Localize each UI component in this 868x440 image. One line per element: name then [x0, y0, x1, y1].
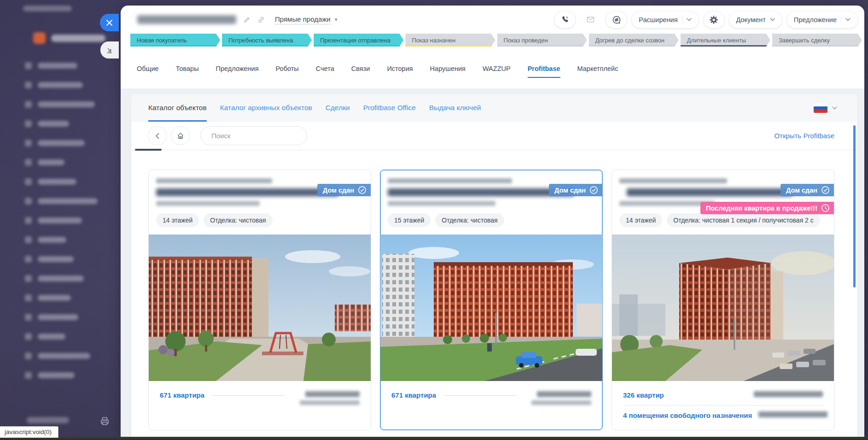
- call-button[interactable]: [554, 11, 576, 29]
- sidebar-item-label-redacted: [38, 237, 66, 243]
- sidebar-item-redacted[interactable]: [25, 256, 74, 263]
- tab-general[interactable]: Общие: [137, 65, 159, 78]
- commercial-units-link[interactable]: 4 помещения свободного назначения: [623, 411, 752, 419]
- leader-line: [213, 395, 285, 396]
- sidebar-item-icon: [25, 82, 32, 88]
- tab-wazzup[interactable]: WAZZUP: [483, 65, 511, 78]
- apartments-link[interactable]: 671 квартира: [160, 391, 204, 399]
- stage-showing-done[interactable]: Показ проведен: [497, 34, 587, 47]
- proposal-button[interactable]: Предложение: [786, 11, 858, 29]
- property-card-1[interactable]: 14 этажей Отделка: чистовая: [148, 170, 371, 430]
- collapse-panel-button[interactable]: [100, 41, 119, 59]
- tab-history[interactable]: История: [387, 65, 413, 78]
- settings-button[interactable]: [703, 11, 725, 29]
- sidebar-item-redacted[interactable]: [25, 62, 77, 69]
- house-completed-badge: Дом сдан: [317, 184, 371, 196]
- stage-close-deal[interactable]: Завершить сделку: [772, 34, 862, 47]
- tab-violations[interactable]: Нарушения: [430, 65, 466, 78]
- stage-need-identified[interactable]: Потребность выявлена: [222, 34, 312, 47]
- sidebar-item-redacted[interactable]: [25, 294, 71, 301]
- sidebar-item-redacted[interactable]: [25, 82, 83, 88]
- edit-title-button[interactable]: [243, 16, 250, 23]
- funnel-selector[interactable]: Прямые продажи ▼: [275, 15, 338, 24]
- sidebar-item-redacted[interactable]: [25, 236, 66, 243]
- chevron-down-icon: [845, 18, 851, 21]
- sidebar-item-redacted[interactable]: [25, 178, 76, 185]
- sidebar-item-label-redacted: [38, 276, 84, 282]
- sidebar-item-redacted[interactable]: [25, 101, 95, 108]
- tab-marketplace[interactable]: Маркетплейс: [577, 65, 618, 78]
- stage-label: Показ назначен: [412, 37, 455, 44]
- tab-robots[interactable]: Роботы: [276, 65, 299, 78]
- sidebar-item-redacted[interactable]: [25, 275, 84, 282]
- subtab-object-catalog[interactable]: Каталог объектов: [148, 94, 207, 122]
- printer-icon[interactable]: [99, 416, 110, 428]
- clock-icon: [821, 204, 830, 212]
- chat-button[interactable]: [606, 11, 627, 29]
- tab-links[interactable]: Связи: [351, 65, 370, 78]
- sidebar-item-redacted[interactable]: [25, 333, 65, 340]
- subtab-profitbase-office[interactable]: Profitbase Office: [363, 94, 416, 122]
- price-redacted: [747, 391, 823, 397]
- tab-offers[interactable]: Предложения: [216, 65, 259, 78]
- pencil-icon: [243, 16, 250, 23]
- property-card-2[interactable]: 15 этажей Отделка: чистовая: [380, 170, 603, 430]
- open-profitbase-link[interactable]: Открыть Profitbase: [774, 132, 834, 140]
- sidebar-item-icon: [25, 101, 32, 108]
- language-selector[interactable]: [814, 103, 837, 113]
- sidebar-item-redacted[interactable]: [25, 198, 98, 205]
- divider: [623, 405, 823, 405]
- sidebar-logo[interactable]: [33, 32, 105, 44]
- floors-badge: 14 этажей: [156, 213, 199, 227]
- sidebar-item-redacted[interactable]: [25, 352, 90, 359]
- sidebar-item-redacted[interactable]: [25, 120, 69, 127]
- subtab-archive-catalog[interactable]: Каталог архивных объектов: [220, 94, 312, 122]
- sidebar-item-label-redacted: [38, 63, 77, 69]
- complex-title-redacted: [156, 188, 338, 196]
- card-info: 326 квартир 4 помещения свободного назна…: [612, 381, 834, 419]
- close-icon: [106, 19, 113, 26]
- sidebar-item-redacted[interactable]: [25, 217, 82, 224]
- copy-link-button[interactable]: [257, 16, 265, 23]
- card-info: 671 квартира: [149, 381, 371, 405]
- sidebar-item-label-redacted: [38, 159, 64, 165]
- price-redacted: [293, 391, 360, 405]
- sidebar-item-redacted[interactable]: [25, 314, 78, 321]
- vertical-scrollbar-thumb[interactable]: [853, 125, 856, 287]
- pipeline-stage-bar: Новая покупатель Потребность выявлена Пр…: [130, 34, 862, 47]
- sidebar-item-icon: [25, 62, 32, 69]
- stage-new[interactable]: Новая покупатель: [130, 34, 220, 47]
- apartments-link[interactable]: 671 квартира: [391, 391, 436, 399]
- stage-showing-scheduled[interactable]: Показ назначен: [405, 34, 495, 47]
- sidebar-item-redacted[interactable]: [25, 140, 85, 147]
- email-button[interactable]: [580, 11, 601, 29]
- stage-label: Догрев до сделки созвон: [595, 37, 664, 44]
- sidebar-item-redacted[interactable]: [25, 159, 64, 166]
- subtab-deals[interactable]: Сделки: [326, 94, 350, 122]
- home-button[interactable]: [171, 126, 190, 145]
- extensions-button[interactable]: Расширения: [631, 11, 699, 29]
- collapse-icon: [106, 47, 113, 54]
- stage-warmup-call[interactable]: Догрев до сделки созвон: [589, 34, 679, 47]
- horizontal-scrollbar-thumb[interactable]: [135, 149, 162, 151]
- divider: [841, 16, 841, 23]
- close-panel-button[interactable]: [100, 14, 119, 31]
- tab-profitbase[interactable]: Profitbase: [528, 65, 560, 78]
- property-image: [149, 235, 371, 381]
- catalog-toolbar: Открыть Profitbase: [131, 122, 857, 150]
- apartments-link[interactable]: 326 квартир: [623, 391, 664, 399]
- subtab-keys[interactable]: Выдача ключей: [429, 94, 481, 122]
- tab-products[interactable]: Товары: [176, 65, 199, 78]
- property-card-3[interactable]: 14 этажей Отделка: чистовая 1 секция / п…: [612, 170, 834, 430]
- sidebar-item-label-redacted: [38, 217, 82, 223]
- search-input[interactable]: [211, 132, 303, 140]
- stage-long-term-clients[interactable]: Длительные клиенты: [681, 34, 770, 47]
- sidebar-item-redacted[interactable]: [25, 372, 75, 379]
- stage-presentation-sent[interactable]: Презентация отправлена: [314, 34, 403, 47]
- document-button[interactable]: Документ: [729, 11, 782, 29]
- sidebar-item-icon: [25, 314, 32, 321]
- back-button[interactable]: [148, 126, 167, 145]
- tab-invoices[interactable]: Счета: [316, 65, 334, 78]
- floors-badge: 14 этажей: [619, 213, 662, 227]
- sidebar-item-bottom-redacted[interactable]: [27, 417, 69, 423]
